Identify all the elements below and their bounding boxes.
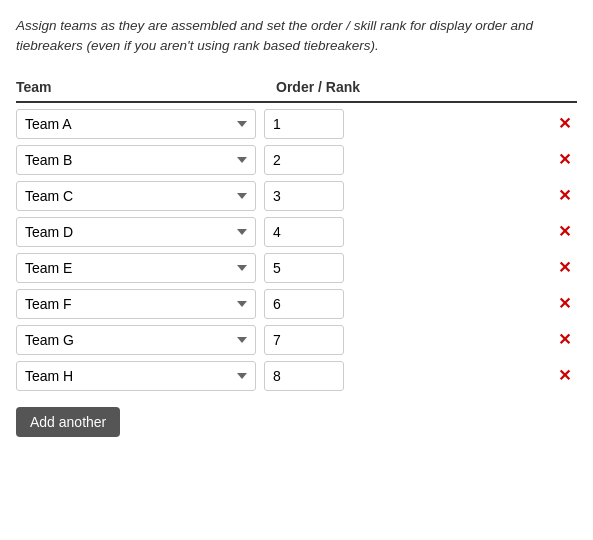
table-row: Team E✕ (16, 253, 577, 283)
rank-column-header: Order / Rank (276, 79, 376, 95)
rank-input-6[interactable] (264, 289, 344, 319)
table-row: Team C✕ (16, 181, 577, 211)
rank-input-3[interactable] (264, 181, 344, 211)
rank-input-1[interactable] (264, 109, 344, 139)
delete-button-4[interactable]: ✕ (552, 220, 577, 243)
team-select-1[interactable]: Team A (16, 109, 256, 139)
delete-button-1[interactable]: ✕ (552, 112, 577, 135)
team-select-7[interactable]: Team G (16, 325, 256, 355)
team-select-5[interactable]: Team E (16, 253, 256, 283)
delete-button-8[interactable]: ✕ (552, 364, 577, 387)
team-select-3[interactable]: Team C (16, 181, 256, 211)
rank-input-2[interactable] (264, 145, 344, 175)
rank-input-7[interactable] (264, 325, 344, 355)
teams-container: Team A✕Team B✕Team C✕Team D✕Team E✕Team … (16, 109, 577, 391)
table-row: Team B✕ (16, 145, 577, 175)
rank-input-8[interactable] (264, 361, 344, 391)
table-row: Team G✕ (16, 325, 577, 355)
table-row: Team H✕ (16, 361, 577, 391)
delete-button-7[interactable]: ✕ (552, 328, 577, 351)
table-row: Team D✕ (16, 217, 577, 247)
delete-button-6[interactable]: ✕ (552, 292, 577, 315)
team-select-4[interactable]: Team D (16, 217, 256, 247)
add-another-button[interactable]: Add another (16, 407, 120, 437)
delete-button-3[interactable]: ✕ (552, 184, 577, 207)
table-row: Team F✕ (16, 289, 577, 319)
rank-input-5[interactable] (264, 253, 344, 283)
delete-button-2[interactable]: ✕ (552, 148, 577, 171)
table-row: Team A✕ (16, 109, 577, 139)
team-select-6[interactable]: Team F (16, 289, 256, 319)
team-select-2[interactable]: Team B (16, 145, 256, 175)
table-header: Team Order / Rank (16, 73, 577, 103)
rank-input-4[interactable] (264, 217, 344, 247)
team-select-8[interactable]: Team H (16, 361, 256, 391)
description-text: Assign teams as they are assembled and s… (16, 16, 577, 57)
delete-button-5[interactable]: ✕ (552, 256, 577, 279)
team-column-header: Team (16, 79, 276, 95)
